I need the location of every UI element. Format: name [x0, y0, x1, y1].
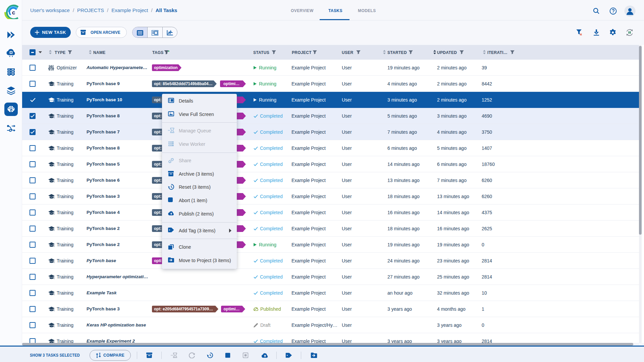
svg-text:c: c	[12, 9, 15, 16]
